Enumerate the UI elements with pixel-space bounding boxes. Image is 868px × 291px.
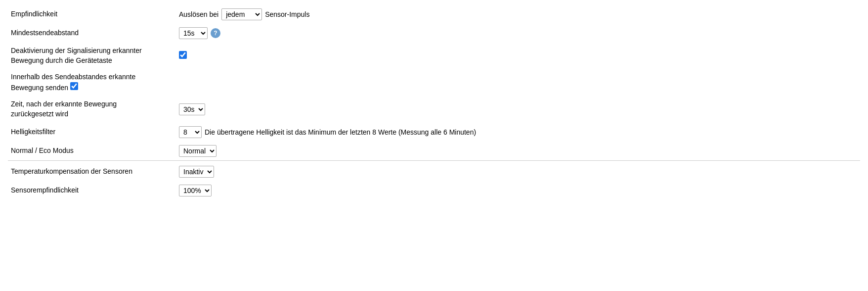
settings-row-normal-eco: Normal / Eco ModusNormalEco <box>8 142 860 161</box>
mindest-select[interactable]: 15s30s60s5m10m <box>179 27 208 39</box>
control-empfindlichkeit: Auslösen beijedemzweitemdrittemSensor-Im… <box>176 5 860 24</box>
control-cell-mindestsendeabstand: 15s30s60s5m10m? <box>179 27 857 39</box>
control-mindestsendeabstand: 15s30s60s5m10m? <box>176 24 860 43</box>
control-cell-zeit: 30s15s60s5m <box>179 103 857 115</box>
label-innerhalb: Innerhalb des Sendeabstandes erkannteBew… <box>8 69 176 96</box>
label-empfindlichkeit: Empfindlichkeit <box>8 5 176 24</box>
suffix-empfindlichkeit: Sensor-Impuls <box>265 10 309 18</box>
prefix-empfindlichkeit: Auslösen bei <box>179 10 218 18</box>
settings-row-sensorempfindlichkeit: Sensorempfindlichkeit100%75%50%25% <box>8 181 860 200</box>
eco-select[interactable]: NormalEco <box>179 145 217 157</box>
control-cell-empfindlichkeit: Auslösen beijedemzweitemdrittemSensor-Im… <box>179 8 857 20</box>
label-mindestsendeabstand: Mindestsendeabstand <box>8 24 176 43</box>
label-zeit: Zeit, nach der erkannte Bewegungzurückge… <box>8 96 176 122</box>
temp-select[interactable]: InaktivAktiv <box>179 166 214 178</box>
settings-row-mindestsendeabstand: Mindestsendeabstand15s30s60s5m10m? <box>8 24 860 43</box>
label-temperaturkompensation: Temperaturkompensation der Sensoren <box>8 160 176 181</box>
control-sensorempfindlichkeit: 100%75%50%25% <box>176 181 860 200</box>
label-sensorempfindlichkeit: Sensorempfindlichkeit <box>8 181 176 200</box>
label-normal-eco: Normal / Eco Modus <box>8 142 176 161</box>
settings-row-innerhalb: Innerhalb des Sendeabstandes erkannteBew… <box>8 69 860 96</box>
auslosen-select[interactable]: jedemzweitemdrittem <box>221 8 262 20</box>
settings-row-zeit: Zeit, nach der erkannte Bewegungzurückge… <box>8 96 860 122</box>
innerhalb-cb[interactable] <box>70 82 78 90</box>
control-deaktivierung <box>176 43 860 69</box>
settings-row-empfindlichkeit: EmpfindlichkeitAuslösen beijedemzweitemd… <box>8 5 860 24</box>
control-normal-eco: NormalEco <box>176 142 860 161</box>
label-helligkeitsfilter: Helligkeitsfilter <box>8 123 176 142</box>
control-zeit: 30s15s60s5m <box>176 96 860 122</box>
helligkeit-select[interactable]: 812416 <box>179 126 202 138</box>
control-cell-sensorempfindlichkeit: 100%75%50%25% <box>179 185 857 196</box>
control-cell-temperaturkompensation: InaktivAktiv <box>179 166 857 178</box>
label-deaktivierung: Deaktivierung der Signalisierung erkannt… <box>8 43 176 69</box>
help-icon-mindestsendeabstand[interactable]: ? <box>211 28 220 38</box>
control-cell-helligkeitsfilter: 812416Die übertragene Helligkeit ist das… <box>179 126 857 138</box>
control-helligkeitsfilter: 812416Die übertragene Helligkeit ist das… <box>176 123 860 142</box>
settings-row-temperaturkompensation: Temperaturkompensation der SensorenInakt… <box>8 160 860 181</box>
zeit-select[interactable]: 30s15s60s5m <box>179 103 205 115</box>
sensor-select[interactable]: 100%75%50%25% <box>179 185 212 196</box>
control-innerhalb <box>176 69 860 96</box>
settings-row-helligkeitsfilter: Helligkeitsfilter812416Die übertragene H… <box>8 123 860 142</box>
inline-label-line: Bewegung senden <box>11 84 78 92</box>
control-temperaturkompensation: InaktivAktiv <box>176 160 860 181</box>
settings-row-deaktivierung: Deaktivierung der Signalisierung erkannt… <box>8 43 860 69</box>
deaktivierung-cb[interactable] <box>179 51 187 59</box>
control-cell-normal-eco: NormalEco <box>179 145 857 157</box>
settings-table: EmpfindlichkeitAuslösen beijedemzweitemd… <box>8 5 860 200</box>
description-helligkeitsfilter: Die übertragene Helligkeit ist das Minim… <box>205 128 476 136</box>
